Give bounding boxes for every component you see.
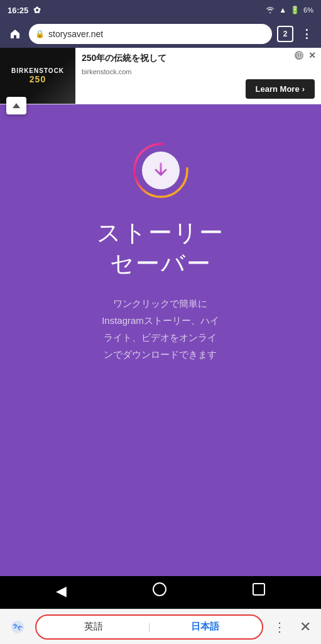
- address-bar[interactable]: 🔒 storysaver.net: [29, 24, 272, 44]
- main-content: ストーリー セーバー ワンクリックで簡単にInstagramストーリー、ハイライ…: [0, 104, 321, 576]
- language-selector[interactable]: 英語 | 日本語: [35, 614, 263, 640]
- battery-icon: 🔋: [290, 6, 300, 14]
- battery-level: 6%: [303, 6, 313, 14]
- status-left: 16:25 ✿: [8, 5, 41, 15]
- ad-banner: BIRKENSTOCK 250 ⓘ ✕ 250年の伝統を祝して birkenst…: [0, 48, 321, 104]
- tab-count[interactable]: 2: [277, 26, 293, 42]
- translate-icon: [6, 616, 29, 638]
- home-circle-icon: [153, 582, 166, 596]
- ad-domain: birkenstock.com: [82, 68, 315, 75]
- translate-more-button[interactable]: ⋮: [269, 619, 290, 635]
- recents-button[interactable]: [240, 578, 278, 604]
- recents-square-icon: [253, 583, 265, 596]
- browser-more-button[interactable]: ⋮: [298, 26, 315, 42]
- status-bar: 16:25 ✿ ▲ 🔋 6%: [0, 0, 321, 20]
- home-circle-button[interactable]: [140, 577, 179, 605]
- lock-icon: 🔒: [35, 30, 45, 38]
- url-text: storysaver.net: [48, 29, 103, 39]
- app-title-line1: ストーリー: [97, 218, 224, 248]
- lang-japanese[interactable]: 日本語: [153, 617, 257, 636]
- signal-icon: ▲: [279, 6, 286, 14]
- ad-close-button[interactable]: ✕: [308, 50, 316, 60]
- app-logo: [133, 142, 189, 199]
- ad-content: ⓘ ✕ 250年の伝統を祝して birkenstock.com Learn Mo…: [75, 48, 321, 104]
- app-description: ワンクリックで簡単にInstagramストーリー、ハイライト、ビデオをオンライン…: [77, 295, 244, 363]
- browser-toolbar: 🔒 storysaver.net 2 ⋮: [0, 20, 321, 48]
- ad-title: 250年の伝統を祝して: [82, 53, 315, 64]
- notification-icon: ✿: [33, 5, 41, 15]
- app-title: ストーリー セーバー: [97, 218, 224, 280]
- home-button[interactable]: [6, 25, 24, 43]
- wifi-icon: [265, 6, 275, 14]
- lang-english[interactable]: 英語: [41, 617, 146, 636]
- nav-bar: ◀: [0, 576, 321, 606]
- scroll-up-button[interactable]: [6, 97, 26, 114]
- time-display: 16:25: [8, 6, 28, 15]
- translate-close-button[interactable]: ✕: [296, 619, 315, 635]
- translate-bar: 英語 | 日本語 ⋮ ✕: [0, 609, 321, 644]
- ad-info-button[interactable]: ⓘ: [295, 51, 303, 60]
- learn-more-button[interactable]: Learn More ›: [246, 79, 315, 99]
- back-button[interactable]: ◀: [43, 578, 79, 604]
- logo-arrow-icon: [142, 152, 180, 189]
- ad-brand-logo: BIRKENSTOCK 250: [11, 67, 64, 84]
- app-title-line2: セーバー: [97, 248, 224, 279]
- ad-image: BIRKENSTOCK 250: [0, 48, 75, 104]
- status-right: ▲ 🔋 6%: [265, 6, 313, 14]
